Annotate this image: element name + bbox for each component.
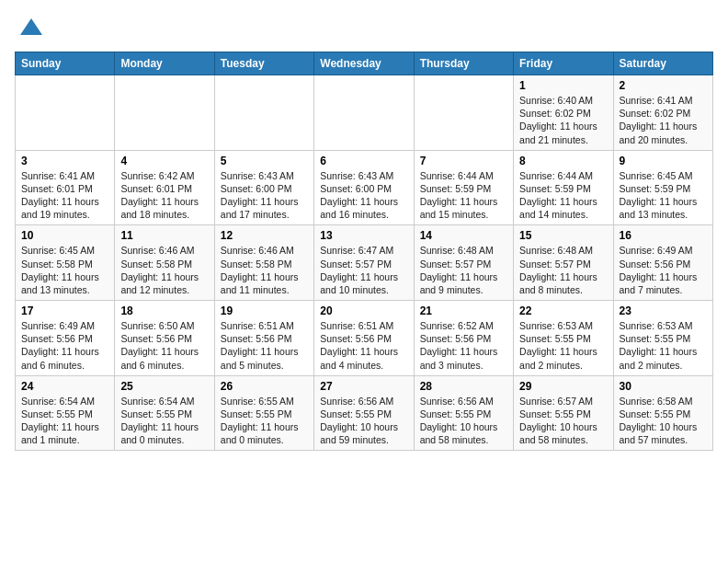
calendar-cell: 9Sunrise: 6:45 AMSunset: 5:59 PMDaylight… <box>613 150 712 225</box>
calendar-cell: 15Sunrise: 6:48 AMSunset: 5:57 PMDayligh… <box>514 225 613 301</box>
day-info: Sunrise: 6:41 AMSunset: 6:01 PMDaylight:… <box>21 169 108 222</box>
calendar-cell <box>314 75 414 151</box>
day-number: 1 <box>519 79 607 92</box>
day-number: 30 <box>620 380 707 393</box>
calendar-cell: 19Sunrise: 6:51 AMSunset: 5:56 PMDayligh… <box>214 301 313 376</box>
day-number: 20 <box>320 304 407 317</box>
logo <box>15 15 44 40</box>
day-number: 4 <box>120 155 208 167</box>
calendar-cell: 10Sunrise: 6:45 AMSunset: 5:58 PMDayligh… <box>16 225 115 301</box>
calendar-cell: 7Sunrise: 6:44 AMSunset: 5:59 PMDaylight… <box>414 150 513 225</box>
calendar-cell: 8Sunrise: 6:44 AMSunset: 5:59 PMDaylight… <box>514 150 613 225</box>
day-info: Sunrise: 6:43 AMSunset: 6:00 PMDaylight:… <box>320 169 407 222</box>
day-info: Sunrise: 6:46 AMSunset: 5:58 PMDaylight:… <box>221 244 308 296</box>
day-number: 24 <box>21 380 108 393</box>
calendar-cell: 20Sunrise: 6:51 AMSunset: 5:56 PMDayligh… <box>314 301 414 376</box>
calendar-cell: 29Sunrise: 6:57 AMSunset: 5:55 PMDayligh… <box>514 375 613 451</box>
week-row-2: 3Sunrise: 6:41 AMSunset: 6:01 PMDaylight… <box>16 150 713 225</box>
calendar-cell: 13Sunrise: 6:47 AMSunset: 5:57 PMDayligh… <box>314 225 414 301</box>
calendar-cell: 24Sunrise: 6:54 AMSunset: 5:55 PMDayligh… <box>16 375 115 451</box>
day-info: Sunrise: 6:44 AMSunset: 5:59 PMDaylight:… <box>519 169 607 222</box>
day-info: Sunrise: 6:58 AMSunset: 5:55 PMDaylight:… <box>620 395 707 447</box>
page-header <box>15 15 713 40</box>
weekday-header-friday: Friday <box>514 52 613 75</box>
day-info: Sunrise: 6:42 AMSunset: 6:01 PMDaylight:… <box>120 169 208 222</box>
week-row-4: 17Sunrise: 6:49 AMSunset: 5:56 PMDayligh… <box>16 301 713 376</box>
calendar-cell <box>414 75 513 151</box>
calendar-cell: 21Sunrise: 6:52 AMSunset: 5:56 PMDayligh… <box>414 301 513 376</box>
day-number: 18 <box>120 304 208 317</box>
calendar-cell: 1Sunrise: 6:40 AMSunset: 6:02 PMDaylight… <box>514 75 613 151</box>
calendar-cell: 16Sunrise: 6:49 AMSunset: 5:56 PMDayligh… <box>613 225 712 301</box>
day-info: Sunrise: 6:51 AMSunset: 5:56 PMDaylight:… <box>221 319 308 372</box>
week-row-1: 1Sunrise: 6:40 AMSunset: 6:02 PMDaylight… <box>16 75 713 151</box>
day-info: Sunrise: 6:53 AMSunset: 5:55 PMDaylight:… <box>519 319 607 372</box>
day-number: 2 <box>620 79 707 92</box>
calendar-cell: 30Sunrise: 6:58 AMSunset: 5:55 PMDayligh… <box>613 375 712 451</box>
day-number: 23 <box>620 304 707 317</box>
day-info: Sunrise: 6:45 AMSunset: 5:58 PMDaylight:… <box>21 244 108 296</box>
day-number: 15 <box>519 229 607 242</box>
weekday-header-wednesday: Wednesday <box>314 52 414 75</box>
calendar-cell: 18Sunrise: 6:50 AMSunset: 5:56 PMDayligh… <box>115 301 214 376</box>
svg-marker-0 <box>20 18 42 35</box>
day-info: Sunrise: 6:49 AMSunset: 5:56 PMDaylight:… <box>21 319 108 372</box>
day-info: Sunrise: 6:45 AMSunset: 5:59 PMDaylight:… <box>620 169 707 222</box>
weekday-header-row: SundayMondayTuesdayWednesdayThursdayFrid… <box>16 52 713 75</box>
day-info: Sunrise: 6:47 AMSunset: 5:57 PMDaylight:… <box>320 244 407 296</box>
calendar-cell: 3Sunrise: 6:41 AMSunset: 6:01 PMDaylight… <box>16 150 115 225</box>
day-info: Sunrise: 6:52 AMSunset: 5:56 PMDaylight:… <box>420 319 507 372</box>
day-number: 29 <box>519 380 607 393</box>
calendar-table: SundayMondayTuesdayWednesdayThursdayFrid… <box>15 52 713 451</box>
day-number: 8 <box>519 155 607 167</box>
week-row-5: 24Sunrise: 6:54 AMSunset: 5:55 PMDayligh… <box>16 375 713 451</box>
weekday-header-saturday: Saturday <box>613 52 712 75</box>
calendar-cell: 23Sunrise: 6:53 AMSunset: 5:55 PMDayligh… <box>613 301 712 376</box>
day-number: 25 <box>120 380 208 393</box>
day-number: 27 <box>320 380 407 393</box>
day-number: 13 <box>320 229 407 242</box>
calendar-cell <box>16 75 115 151</box>
calendar-cell: 6Sunrise: 6:43 AMSunset: 6:00 PMDaylight… <box>314 150 414 225</box>
day-info: Sunrise: 6:51 AMSunset: 5:56 PMDaylight:… <box>320 319 407 372</box>
day-info: Sunrise: 6:54 AMSunset: 5:55 PMDaylight:… <box>120 395 208 447</box>
calendar-cell: 17Sunrise: 6:49 AMSunset: 5:56 PMDayligh… <box>16 301 115 376</box>
day-info: Sunrise: 6:56 AMSunset: 5:55 PMDaylight:… <box>420 395 507 447</box>
calendar-cell <box>214 75 313 151</box>
week-row-3: 10Sunrise: 6:45 AMSunset: 5:58 PMDayligh… <box>16 225 713 301</box>
calendar-cell: 27Sunrise: 6:56 AMSunset: 5:55 PMDayligh… <box>314 375 414 451</box>
day-number: 14 <box>420 229 507 242</box>
weekday-header-thursday: Thursday <box>414 52 513 75</box>
day-info: Sunrise: 6:41 AMSunset: 6:02 PMDaylight:… <box>620 94 707 146</box>
calendar-cell: 5Sunrise: 6:43 AMSunset: 6:00 PMDaylight… <box>214 150 313 225</box>
calendar-cell <box>115 75 214 151</box>
logo-icon <box>18 15 44 40</box>
day-info: Sunrise: 6:46 AMSunset: 5:58 PMDaylight:… <box>120 244 208 296</box>
day-number: 11 <box>120 229 208 242</box>
calendar-cell: 25Sunrise: 6:54 AMSunset: 5:55 PMDayligh… <box>115 375 214 451</box>
day-number: 10 <box>21 229 108 242</box>
day-info: Sunrise: 6:49 AMSunset: 5:56 PMDaylight:… <box>620 244 707 296</box>
day-number: 16 <box>620 229 707 242</box>
weekday-header-monday: Monday <box>115 52 214 75</box>
day-info: Sunrise: 6:44 AMSunset: 5:59 PMDaylight:… <box>420 169 507 222</box>
calendar-cell: 14Sunrise: 6:48 AMSunset: 5:57 PMDayligh… <box>414 225 513 301</box>
calendar-cell: 22Sunrise: 6:53 AMSunset: 5:55 PMDayligh… <box>514 301 613 376</box>
day-info: Sunrise: 6:54 AMSunset: 5:55 PMDaylight:… <box>21 395 108 447</box>
day-info: Sunrise: 6:57 AMSunset: 5:55 PMDaylight:… <box>519 395 607 447</box>
day-info: Sunrise: 6:40 AMSunset: 6:02 PMDaylight:… <box>519 94 607 146</box>
calendar-cell: 11Sunrise: 6:46 AMSunset: 5:58 PMDayligh… <box>115 225 214 301</box>
day-number: 19 <box>221 304 308 317</box>
day-info: Sunrise: 6:43 AMSunset: 6:00 PMDaylight:… <box>221 169 308 222</box>
day-number: 5 <box>221 155 308 167</box>
day-number: 6 <box>320 155 407 167</box>
day-number: 9 <box>620 155 707 167</box>
day-info: Sunrise: 6:48 AMSunset: 5:57 PMDaylight:… <box>519 244 607 296</box>
day-info: Sunrise: 6:48 AMSunset: 5:57 PMDaylight:… <box>420 244 507 296</box>
day-number: 28 <box>420 380 507 393</box>
calendar-cell: 4Sunrise: 6:42 AMSunset: 6:01 PMDaylight… <box>115 150 214 225</box>
day-info: Sunrise: 6:53 AMSunset: 5:55 PMDaylight:… <box>620 319 707 372</box>
calendar-cell: 26Sunrise: 6:55 AMSunset: 5:55 PMDayligh… <box>214 375 313 451</box>
day-info: Sunrise: 6:56 AMSunset: 5:55 PMDaylight:… <box>320 395 407 447</box>
calendar-cell: 12Sunrise: 6:46 AMSunset: 5:58 PMDayligh… <box>214 225 313 301</box>
